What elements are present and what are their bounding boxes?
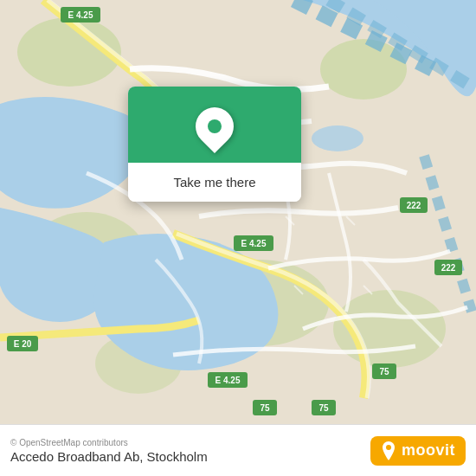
- pin-inner: [208, 119, 222, 133]
- location-name: Accedo Broadband Ab, Stockholm: [10, 449, 208, 464]
- take-me-there-button[interactable]: Take me there: [128, 163, 301, 202]
- map-container: E 4.25 E 4.25 E 4.25 222 222 75 75 75 E …: [0, 0, 476, 424]
- attribution-text: © OpenStreetMap contributors: [10, 438, 208, 447]
- bottom-bar: © OpenStreetMap contributors Accedo Broa…: [0, 424, 476, 476]
- svg-text:E 4.25: E 4.25: [241, 239, 267, 248]
- svg-text:222: 222: [441, 263, 456, 273]
- svg-text:E 4.25: E 4.25: [215, 376, 241, 385]
- location-pin-icon: [188, 100, 241, 153]
- moovit-logo[interactable]: moovit: [370, 436, 466, 466]
- svg-text:E 4.25: E 4.25: [68, 10, 93, 20]
- svg-point-7: [312, 125, 363, 151]
- svg-point-2: [320, 39, 407, 100]
- popup-card: Take me there: [128, 87, 301, 202]
- svg-text:75: 75: [379, 367, 389, 376]
- popup-header: [128, 87, 301, 163]
- svg-text:222: 222: [407, 201, 421, 210]
- svg-text:E 20: E 20: [14, 339, 32, 349]
- svg-text:75: 75: [260, 403, 270, 413]
- svg-text:75: 75: [318, 403, 329, 413]
- svg-point-35: [386, 445, 391, 450]
- location-info: © OpenStreetMap contributors Accedo Broa…: [10, 438, 208, 464]
- moovit-pin-icon: [381, 441, 396, 460]
- moovit-label: moovit: [402, 441, 455, 460]
